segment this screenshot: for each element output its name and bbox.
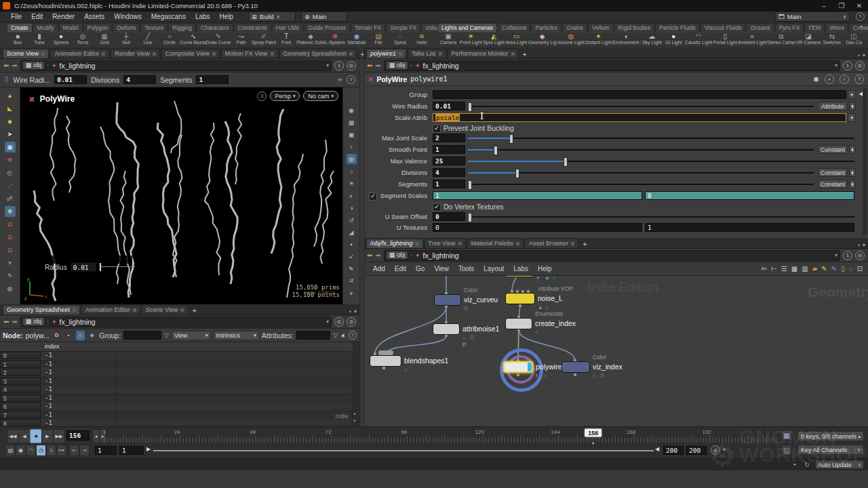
tab-close-icon[interactable]	[349, 52, 353, 56]
param-value-field[interactable]: 0.01	[433, 102, 465, 110]
minimize-button[interactable]: –	[815, 1, 833, 11]
checkbox-10[interactable]: ✓	[433, 203, 441, 211]
radius-field[interactable]: 0.01	[71, 262, 96, 272]
playback-lens-icon[interactable]: ◎	[711, 445, 720, 455]
tab-close-icon[interactable]	[73, 308, 76, 312]
shelf-tab-rigid-bodies[interactable]: Rigid Bodies	[614, 23, 655, 32]
slider-track[interactable]	[468, 149, 814, 150]
netmenu-edit[interactable]: Edit	[391, 265, 410, 272]
node-blendshapes1[interactable]	[370, 355, 401, 367]
op-field-2[interactable]: 1	[196, 75, 229, 84]
menu-spinner[interactable]: ▲▼	[849, 102, 856, 110]
table-scrollbar[interactable]: ▲▼	[352, 352, 358, 424]
tab-take-list[interactable]: Take List	[408, 49, 446, 58]
menu-render[interactable]: Render	[48, 13, 79, 20]
view-tool-icon[interactable]: ✎	[5, 270, 16, 281]
scroll-down-icon[interactable]: ▼	[353, 419, 357, 423]
sheet-prims-icon[interactable]: ⌂	[76, 331, 85, 340]
tab-geometry-spreadsheet[interactable]: Geometry Spreadsheet	[279, 49, 357, 58]
op-help-icon[interactable]: ?	[347, 75, 355, 84]
range-end-field[interactable]: 200	[663, 446, 684, 455]
shelf-tool-sphere[interactable]: ●Sphere	[50, 33, 72, 47]
pane-maximize-icon[interactable]: ▪	[349, 308, 351, 314]
snap-multi-icon[interactable]: Ω	[5, 245, 16, 256]
scroll-up-icon[interactable]: ▲	[353, 411, 357, 415]
viewport-canvas[interactable]: ✕PolyWire⚿Persp▾No cam▾Radius0.01yxz15,0…	[20, 87, 342, 304]
shelf-tab-grains[interactable]: Grains	[562, 23, 587, 32]
shelf-tool-portal-light[interactable]: ▯Portal Light	[713, 33, 738, 47]
search-icon[interactable]: ⌕	[825, 75, 834, 84]
row-number[interactable]: 5	[0, 394, 41, 402]
shelf-tool-tube[interactable]: ▮Tube	[28, 33, 50, 47]
op-field-1[interactable]: 4	[123, 75, 156, 84]
node-clipped[interactable]	[505, 276, 534, 277]
shelf-tab-wires[interactable]: Wires	[825, 23, 848, 32]
back-icon[interactable]: ⬅	[367, 251, 372, 259]
path-dropdown-icon[interactable]: ▾	[326, 62, 329, 68]
snap-more-icon[interactable]: ▾	[5, 258, 16, 268]
shelf-tab-simple-fx[interactable]: Simple FX	[386, 23, 420, 32]
range-jump-end-icon[interactable]: ⇥	[79, 445, 90, 456]
context-chip-obj[interactable]: ▦obj	[387, 62, 408, 69]
tab-tree-view[interactable]: Tree View	[425, 239, 466, 248]
network-editor-canvas[interactable]: Indie EditionGeometryColorviz_curveu⚿Att…	[363, 276, 868, 426]
shelf-tab-fem[interactable]: FEM	[804, 23, 825, 32]
param-dropdown-icon[interactable]: ▾	[848, 90, 856, 99]
shelf-tool-spray-paint[interactable]: ✐Spray Paint	[252, 33, 276, 47]
shelf-tool-geometry-light[interactable]: ◆Geometry Light	[528, 33, 557, 47]
row-number[interactable]: 8	[0, 420, 41, 426]
shelf-tab-deform[interactable]: Deform	[113, 23, 140, 32]
point-marker-icon[interactable]: •	[347, 239, 357, 249]
audio-icon[interactable]: ◉	[16, 445, 26, 456]
headlight-icon[interactable]: ♀	[347, 142, 357, 152]
shelf-tab-crowds[interactable]: Crowds	[849, 23, 868, 32]
follow-playbar-icon[interactable]: ▤	[5, 445, 16, 456]
tab-add[interactable]: +	[189, 306, 199, 314]
current-tool-polywire-icon[interactable]: ✾	[5, 206, 16, 217]
range-slider-end-handle[interactable]: ◀	[655, 446, 659, 452]
intrinsics-dropdown[interactable]: Intrinsics▾	[214, 331, 259, 340]
back-icon[interactable]: ⬅	[3, 62, 9, 69]
follow-network-icon[interactable]: ◎	[855, 61, 865, 70]
path-display[interactable]: ▦obj›✦fx_lightning▾	[20, 60, 332, 71]
menu-file[interactable]: File	[7, 13, 26, 20]
auto-update-dropdown[interactable]: Auto Update▲▼	[815, 460, 864, 469]
select-tool-icon[interactable]: ➤	[5, 129, 16, 140]
shelf-tool-helix[interactable]: ≋Helix	[411, 33, 433, 47]
show-handles-icon[interactable]: ▲	[5, 90, 16, 101]
shelf-tool-path[interactable]: ↝Path	[231, 33, 252, 47]
lock-camera-icon[interactable]: ▣	[347, 129, 357, 140]
view-dropdown[interactable]: View▾	[172, 331, 211, 340]
global-start-field[interactable]: 1	[95, 446, 117, 455]
net-tools-icon[interactable]: ✄	[762, 265, 767, 272]
maximize-button[interactable]: ❐	[833, 1, 850, 11]
shelf-tab-particle-fluids[interactable]: Particle Fluids	[655, 23, 699, 32]
slider-handle[interactable]	[564, 157, 568, 167]
show-points-icon[interactable]: ◆	[5, 116, 16, 127]
pane-menu-icon[interactable]: ▾	[863, 242, 865, 248]
shelf-tool-area-light[interactable]: ▭Area Light	[505, 33, 528, 47]
main-desktop-combo-right[interactable]: 🗔Main▲▼	[775, 12, 850, 22]
shelf-tool-stereo-camera[interactable]: ⧉Stereo Camera	[766, 33, 795, 47]
pin-icon[interactable]: ◎	[334, 317, 344, 327]
pane-maximize-icon[interactable]: ▪	[858, 242, 860, 248]
path-display[interactable]: ▦obj›✦fx_lightning▾	[384, 250, 840, 261]
netmenu-go[interactable]: Go	[412, 265, 429, 272]
pair-field-1[interactable]: 1	[645, 223, 854, 232]
shelf-tool-gi-light[interactable]: ●GI Light	[663, 33, 684, 47]
shelf-tool-platonic-solids[interactable]: ◈Platonic Solids	[297, 33, 324, 47]
row-number[interactable]: 3	[0, 378, 41, 385]
play-button[interactable]: ▶	[41, 429, 54, 443]
param-value-field[interactable]: 1	[433, 145, 465, 154]
range-slider-start-handle[interactable]: ▶	[146, 446, 151, 452]
forward-icon[interactable]: ➡	[375, 251, 380, 259]
link-badge-one-icon[interactable]: 1	[334, 61, 344, 70]
slider-track[interactable]	[468, 216, 854, 218]
tab-polywire1[interactable]: polywire1	[366, 49, 406, 58]
slider-track[interactable]	[468, 138, 854, 139]
slider-handle[interactable]	[509, 134, 513, 144]
slider-handle[interactable]	[468, 102, 472, 112]
pane-menu-icon[interactable]: ▾	[354, 308, 357, 314]
menu-edit[interactable]: Edit	[27, 13, 47, 20]
tab-close-icon[interactable]	[212, 52, 216, 56]
